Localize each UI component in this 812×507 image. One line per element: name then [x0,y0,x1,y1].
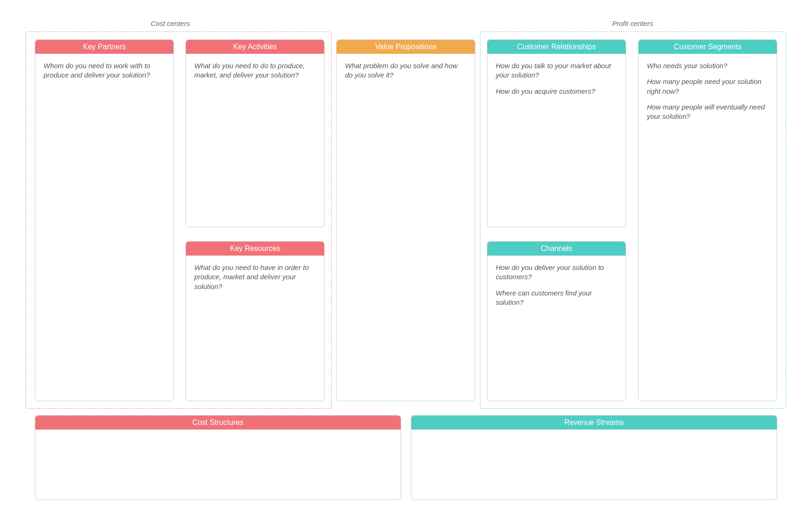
card-key-activities-header: Key Activities [186,40,324,54]
card-revenue-streams-header: Revenue Streams [411,416,777,430]
question-text: How do you acquire customers? [496,87,617,96]
card-value-propositions[interactable]: Value Propositions What problem do you s… [336,39,475,401]
card-key-partners-body: Whom do you need to work with to produce… [35,54,173,401]
card-customer-relationships[interactable]: Customer Relationships How do you talk t… [487,39,626,227]
card-key-activities-body: What do you need to do to produce, marke… [186,54,324,227]
card-key-activities[interactable]: Key Activities What do you need to do to… [185,39,325,227]
card-key-partners[interactable]: Key Partners Whom do you need to work wi… [35,39,174,401]
card-cost-structures-header: Cost Structures [35,416,401,430]
card-channels-body: How do you deliver your solution to cust… [487,256,626,401]
question-text: What do you need to do to produce, marke… [194,61,316,80]
card-revenue-streams-body [411,430,777,500]
question-text: How many people need your solution right… [647,77,768,96]
card-value-propositions-header: Value Propositions [337,40,475,54]
question-text: How do you deliver your solution to cust… [496,263,617,282]
question-text: What problem do you solve and how do you… [345,61,467,80]
cost-centers-label: Cost centers [151,19,190,27]
card-channels-header: Channels [487,242,626,256]
card-customer-relationships-body: How do you talk to your market about you… [487,54,626,227]
card-customer-segments[interactable]: Customer Segments Who needs your solutio… [638,39,777,401]
card-key-resources[interactable]: Key Resources What do you need to have i… [185,241,325,401]
question-text: What do you need to have in order to pro… [194,263,316,291]
card-customer-segments-body: Who needs your solution? How many people… [639,54,777,401]
card-key-resources-header: Key Resources [186,242,324,256]
question-text: Where can customers find your solution? [496,289,617,308]
question-text: How many people will eventually need you… [647,103,768,122]
card-value-propositions-body: What problem do you solve and how do you… [337,54,475,401]
question-text: Who needs your solution? [647,61,768,71]
card-revenue-streams[interactable]: Revenue Streams [411,415,777,500]
card-cost-structures-body [35,430,401,500]
profit-centers-label: Profit centers [612,19,653,27]
card-key-partners-header: Key Partners [35,40,173,54]
card-cost-structures[interactable]: Cost Structures [35,415,401,500]
card-key-resources-body: What do you need to have in order to pro… [186,256,324,401]
card-customer-relationships-header: Customer Relationships [487,40,626,54]
card-customer-segments-header: Customer Segments [639,40,777,54]
card-channels[interactable]: Channels How do you deliver your solutio… [487,241,626,401]
question-text: Whom do you need to work with to produce… [44,61,165,80]
question-text: How do you talk to your market about you… [496,61,617,80]
